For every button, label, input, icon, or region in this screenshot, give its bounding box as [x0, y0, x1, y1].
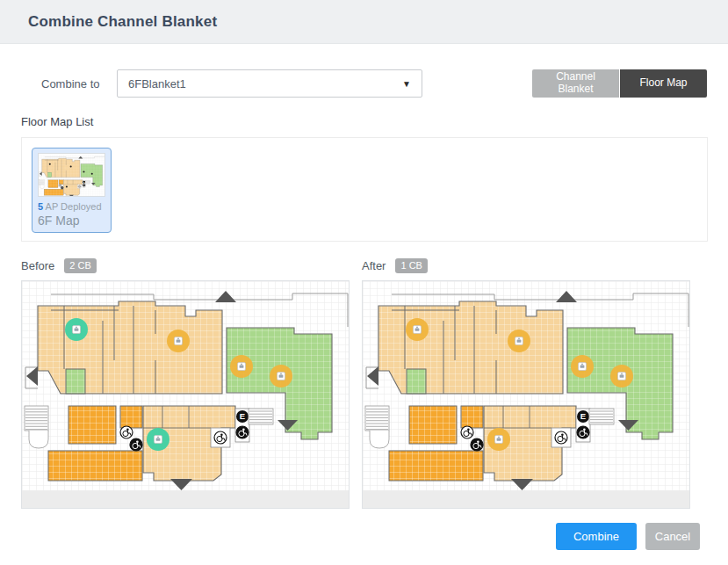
combine-to-dropdown[interactable]: 6FBlanket1 ▼: [117, 69, 422, 98]
combine-to-label: Combine to: [41, 77, 117, 91]
wheelchair-icon: [577, 426, 589, 438]
after-label: After: [362, 259, 386, 272]
before-header: Before 2 CB: [21, 257, 350, 274]
wheelchair-icon: [471, 438, 483, 451]
room-dark-orange: [48, 451, 142, 481]
floor-map-list-label: Floor Map List: [21, 115, 707, 128]
combine-button[interactable]: Combine: [556, 523, 637, 550]
room-small-green: [66, 369, 85, 394]
before-cb-badge: 2 CB: [64, 258, 96, 273]
wheelchair-icon: [78, 185, 81, 188]
wheelchair-icon: [214, 431, 227, 444]
ap-marker[interactable]: [406, 318, 429, 341]
dialog-header: Combine Channel Blanket: [0, 0, 728, 44]
stairs-icon: [249, 409, 273, 424]
elevator-box: E: [235, 409, 249, 442]
room-dark-orange: [59, 180, 63, 185]
elevator-box: E: [83, 180, 85, 187]
room-dark-orange: [389, 451, 483, 481]
accessible-box: [551, 428, 571, 447]
before-column: Before 2 CB: [21, 257, 350, 509]
room-dark-orange: [461, 406, 483, 428]
after-header: After 1 CB: [362, 257, 690, 274]
room-small-green: [47, 172, 52, 177]
wheelchair-icon: [83, 184, 85, 186]
ap-marker[interactable]: [167, 330, 190, 352]
room-dark-orange: [68, 406, 116, 444]
floor-map-card[interactable]: E: [32, 148, 112, 233]
room-dark-orange: [48, 180, 58, 188]
tab-channel-blanket[interactable]: Channel Blanket: [532, 69, 619, 98]
room-dark-orange: [120, 406, 142, 428]
wheelchair-icon: [236, 426, 249, 438]
wheelchair-icon: [120, 426, 133, 438]
wheelchair-icon: [61, 186, 63, 189]
ap-count-label: AP Deployed: [46, 201, 102, 212]
ap-dot: [49, 163, 51, 165]
elevator-icon: E: [83, 181, 85, 184]
before-map[interactable]: E: [21, 280, 350, 509]
after-column: After 1 CB: [362, 257, 690, 509]
ap-dot: [83, 170, 84, 172]
combine-to-row: Combine to 6FBlanket1 ▼ Channel Blanket …: [21, 69, 707, 98]
dropdown-selected-value: 6FBlanket1: [128, 77, 186, 91]
floor-map-name: 6F Map: [38, 214, 105, 228]
elevator-icon: E: [236, 410, 249, 423]
view-toggle-group: Channel Blanket Floor Map: [532, 69, 707, 98]
ap-marker[interactable]: [147, 428, 169, 451]
ap-marker[interactable]: [508, 330, 530, 352]
svg-text:E: E: [580, 411, 586, 421]
ap-dot: [66, 186, 68, 188]
room-dark-orange: [409, 406, 457, 444]
ap-marker[interactable]: [230, 355, 253, 378]
wheelchair-icon: [555, 431, 567, 444]
stairs-icon: [85, 180, 90, 184]
wheelchair-icon: [461, 426, 473, 438]
after-cb-badge: 1 CB: [395, 258, 427, 273]
room-dark-orange: [44, 189, 63, 195]
ap-marker[interactable]: [65, 318, 88, 341]
comparison-row: Before 2 CB: [21, 257, 707, 509]
accessible-box: [77, 185, 82, 189]
ap-count: 5: [38, 201, 43, 212]
footer-actions: Combine Cancel: [556, 523, 700, 550]
elevator-box: E: [576, 409, 590, 442]
ap-dot: [70, 165, 72, 167]
tab-floor-map[interactable]: Floor Map: [620, 69, 707, 98]
ap-marker[interactable]: [610, 365, 633, 388]
dialog-title: Combine Channel Blanket: [28, 13, 217, 31]
accessible-box: [211, 428, 230, 447]
elevator-icon: E: [577, 410, 589, 423]
ap-marker[interactable]: [571, 355, 594, 378]
chevron-down-icon: ▼: [402, 79, 411, 89]
stairs-icon: [589, 409, 614, 424]
svg-text:E: E: [240, 411, 245, 421]
floor-map-list-container: E: [21, 137, 708, 242]
ap-deployed-line: 5 AP Deployed: [38, 201, 105, 212]
cancel-button[interactable]: Cancel: [645, 523, 700, 550]
ap-marker[interactable]: [487, 428, 510, 451]
wheelchair-icon: [59, 184, 61, 186]
ap-dot: [91, 173, 93, 175]
floor-map-thumbnail: E: [38, 153, 105, 197]
ap-marker[interactable]: [270, 365, 292, 388]
before-label: Before: [21, 259, 54, 272]
room-small-green: [407, 369, 426, 394]
wheelchair-icon: [130, 438, 142, 451]
after-map[interactable]: E: [362, 280, 690, 509]
